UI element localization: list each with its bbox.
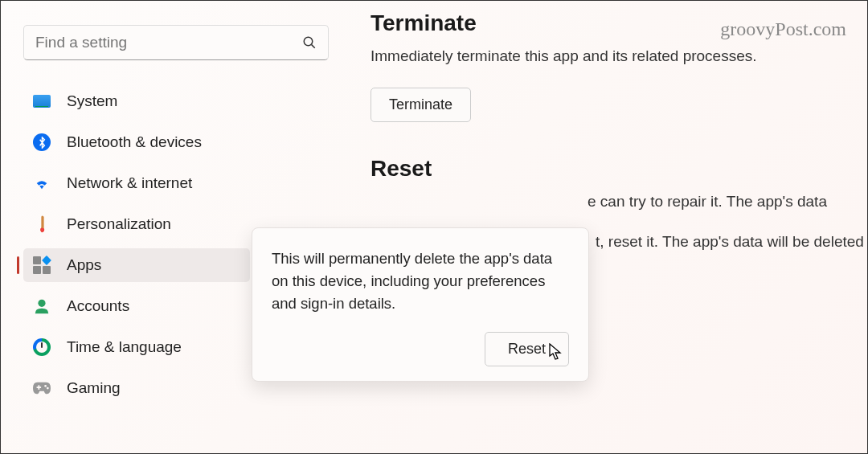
accounts-icon [33, 297, 51, 315]
sidebar-item-network[interactable]: Network & internet [23, 166, 250, 200]
sidebar-item-label: Gaming [67, 379, 121, 397]
flyout-actions: Reset [272, 332, 569, 366]
reset-section: Reset e can try to repair it. The app's … [371, 156, 867, 211]
sidebar-item-bluetooth[interactable]: Bluetooth & devices [23, 125, 250, 159]
terminate-button[interactable]: Terminate [371, 88, 471, 122]
terminate-description: Immediately terminate this app and its r… [371, 47, 867, 65]
sidebar-item-label: Network & internet [67, 174, 192, 192]
flyout-message: This will permanently delete the app's d… [272, 247, 569, 314]
gamepad-icon [33, 379, 51, 397]
repair-description-partial: e can try to repair it. The app's data [371, 193, 867, 211]
sidebar-item-label: Time & language [67, 338, 182, 356]
sidebar-item-gaming[interactable]: Gaming [23, 371, 250, 405]
reset-heading: Reset [371, 156, 867, 182]
sidebar-item-time-language[interactable]: Time & language [23, 330, 250, 364]
wifi-icon [33, 174, 51, 192]
apps-icon [33, 256, 51, 274]
reset-confirm-flyout: This will permanently delete the app's d… [252, 227, 589, 382]
sidebar-item-label: Apps [67, 256, 101, 274]
bluetooth-icon [33, 133, 51, 151]
svg-point-2 [38, 300, 45, 307]
brush-icon [33, 215, 51, 233]
svg-point-3 [44, 385, 47, 387]
system-icon [33, 92, 51, 110]
sidebar-item-label: Accounts [67, 297, 129, 315]
watermark: groovyPost.com [720, 18, 846, 40]
sidebar-item-label: System [67, 92, 117, 110]
clock-icon [33, 338, 51, 356]
svg-point-4 [47, 387, 49, 390]
cursor-icon [549, 343, 565, 361]
sidebar-item-personalization[interactable]: Personalization [23, 207, 250, 241]
sidebar: System Bluetooth & devices Network & int… [1, 1, 258, 453]
sidebar-item-accounts[interactable]: Accounts [23, 289, 250, 323]
svg-rect-6 [38, 385, 39, 390]
sidebar-item-label: Personalization [67, 215, 171, 233]
nav-list: System Bluetooth & devices Network & int… [23, 84, 250, 405]
sidebar-item-label: Bluetooth & devices [67, 133, 202, 151]
sidebar-item-apps[interactable]: Apps [23, 248, 250, 282]
sidebar-item-system[interactable]: System [23, 84, 250, 118]
